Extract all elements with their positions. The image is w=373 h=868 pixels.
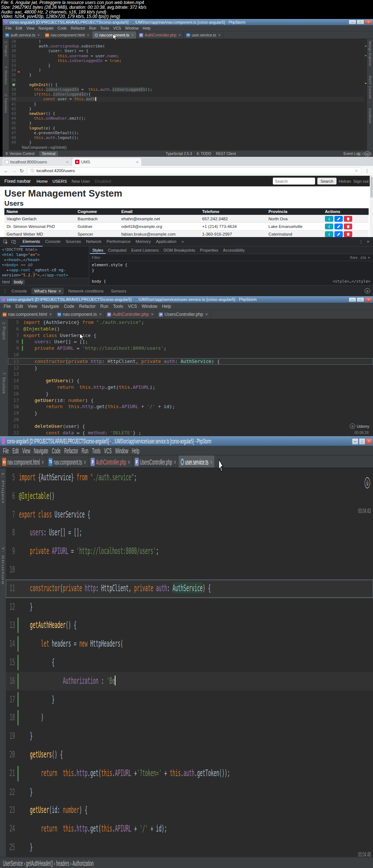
- menu-item[interactable]: Edit: [15, 304, 23, 309]
- status-typescript[interactable]: TypeScript 2.5.3: [166, 152, 192, 156]
- status-terminal[interactable]: Terminal: [39, 151, 58, 156]
- chrome-menu-icon[interactable]: ⋮: [365, 168, 369, 174]
- tab-close-icon[interactable]: ×: [174, 457, 176, 465]
- page-scrollbar[interactable]: [370, 176, 373, 237]
- code-line[interactable]: ▾<body> == $0: [2, 263, 89, 268]
- devtools-tab-application[interactable]: Application: [153, 237, 179, 247]
- delete-button[interactable]: [344, 224, 352, 229]
- menu-item[interactable]: View: [28, 304, 37, 309]
- editor-tab[interactable]: PAuthController.php×: [137, 31, 184, 39]
- menu-item[interactable]: File: [3, 446, 9, 454]
- more-tabs-icon[interactable]: »: [179, 237, 186, 247]
- status-todo[interactable]: 6: TODO: [197, 152, 211, 156]
- minimize-button[interactable]: —: [352, 437, 358, 445]
- styles-tab[interactable]: Styles: [90, 247, 106, 254]
- nav-link-signout[interactable]: Sign out: [353, 179, 369, 183]
- menu-item[interactable]: Edit: [16, 26, 22, 30]
- address-bar[interactable]: ⓘ localhost:4200/users ☆: [27, 167, 361, 174]
- status-version-control[interactable]: 9: Version Control: [5, 152, 35, 156]
- menu-item[interactable]: VCS: [128, 304, 137, 309]
- editor-tab[interactable]: PUsersController.php×: [156, 310, 211, 319]
- styles-filter-input[interactable]: Filter: [92, 255, 100, 260]
- window-titlebar[interactable]: corso-angular5 [D:\PROJECTS\LARAVELPROJE…: [0, 296, 373, 303]
- menu-item[interactable]: Refactor: [79, 304, 95, 309]
- event-listeners-tab[interactable]: Event Listeners: [129, 247, 161, 254]
- nav-link-new-user[interactable]: New User: [72, 179, 90, 183]
- inspect-element-icon[interactable]: [1, 240, 9, 244]
- search-input[interactable]: [273, 178, 315, 185]
- editor-tab[interactable]: TSnav.component.ts×: [55, 310, 105, 319]
- menu-item[interactable]: View: [22, 446, 30, 454]
- menu-item[interactable]: Tools: [100, 26, 109, 30]
- devtools-tab-console[interactable]: Console: [43, 237, 63, 247]
- tab-close-icon[interactable]: ×: [38, 33, 40, 37]
- code-line[interactable]: <html lang="en">: [2, 252, 89, 257]
- info-button[interactable]: i: [325, 224, 333, 229]
- menu-item[interactable]: Run: [82, 446, 88, 454]
- accessibility-tab[interactable]: Accessibility: [221, 247, 247, 254]
- nav-link-home[interactable]: Home: [36, 179, 48, 183]
- minimize-button[interactable]: —: [349, 20, 356, 24]
- code-editor[interactable]: 28 )29 auth.usersignedup.subscribe(30 (u…: [9, 39, 367, 150]
- editor-tab[interactable]: user.service.ts×: [178, 456, 215, 468]
- close-button[interactable]: ×: [365, 20, 372, 24]
- crumb-html[interactable]: html: [2, 280, 10, 284]
- tab-close-icon[interactable]: ×: [99, 312, 102, 317]
- tool-window-button[interactable]: 7: Structure: [4, 66, 8, 85]
- devtools-close-icon[interactable]: ×: [367, 239, 369, 244]
- style-source-link[interactable]: <style>…</style>: [333, 279, 370, 284]
- editor-tab[interactable]: <>nav.component.html×: [43, 31, 92, 39]
- forward-icon[interactable]: →: [12, 168, 16, 174]
- menu-item[interactable]: Edit: [12, 446, 19, 454]
- tool-window-button[interactable]: 7: Structure: [2, 372, 6, 394]
- editor-tab[interactable]: <>nav.component.html×: [0, 456, 46, 468]
- search-button[interactable]: Search: [317, 178, 337, 185]
- editor-scrollbar[interactable]: [364, 39, 367, 150]
- tab-close-icon[interactable]: ×: [210, 457, 212, 465]
- drawer-tab-console[interactable]: Console: [9, 288, 30, 294]
- editor-tab[interactable]: PAuthController.php×: [89, 456, 133, 468]
- tab-close-icon[interactable]: ×: [84, 457, 86, 465]
- window-titlebar[interactable]: corso-angular5 [D:\PROJECTS\LARAVELPROJE…: [3, 19, 373, 25]
- status-rest-client[interactable]: REST Client: [216, 152, 236, 156]
- editor-tab[interactable]: PUsersController.php×: [133, 456, 178, 468]
- menu-item[interactable]: Window: [142, 304, 157, 309]
- menu-item[interactable]: Help: [132, 446, 140, 454]
- browser-tab[interactable]: localhost:8000/users ×: [2, 158, 71, 166]
- tool-window-button[interactable]: Database: [368, 108, 372, 124]
- tab-close-icon[interactable]: ×: [66, 160, 68, 164]
- tab-close-icon[interactable]: ×: [178, 33, 181, 37]
- menu-item[interactable]: Window: [125, 26, 138, 30]
- menu-item[interactable]: Help: [143, 26, 151, 30]
- maximize-button[interactable]: □: [359, 437, 365, 445]
- nav-link-user[interactable]: Hidran: [339, 179, 351, 183]
- menu-item[interactable]: Tools: [113, 304, 123, 309]
- devtools-tab-network[interactable]: Network: [83, 237, 104, 247]
- menu-item[interactable]: VCS: [113, 26, 121, 30]
- device-toolbar-icon[interactable]: [9, 240, 17, 244]
- code-line[interactable]: ▸<head>…</head>: [2, 257, 89, 263]
- nav-link-users[interactable]: USERS: [52, 179, 67, 183]
- editor-tab[interactable]: TSauth.service.ts×: [3, 31, 43, 39]
- code-editor[interactable]: 5import {AuthService} from "./auth.servi…: [6, 468, 373, 857]
- navbar-brand[interactable]: Fixed navbar: [4, 179, 31, 184]
- tab-close-icon[interactable]: ×: [87, 33, 89, 37]
- tab-close-icon[interactable]: ×: [205, 312, 208, 317]
- menu-item[interactable]: Window: [115, 446, 128, 454]
- bookmark-star-icon[interactable]: ☆: [354, 168, 358, 173]
- tool-window-button[interactable]: 7: Structure: [1, 547, 5, 585]
- menu-item[interactable]: Code: [64, 304, 74, 309]
- computed-tab[interactable]: Computed: [106, 247, 129, 254]
- tab-close-icon[interactable]: ×: [131, 33, 134, 37]
- menu-item[interactable]: VCS: [104, 446, 112, 454]
- tab-close-icon[interactable]: ×: [49, 312, 52, 317]
- tool-window-button[interactable]: 1: Project: [2, 322, 6, 340]
- devtools-menu-icon[interactable]: ⋮: [359, 239, 363, 244]
- tab-close-icon[interactable]: ×: [136, 160, 138, 164]
- code-line[interactable]: <!DOCTYPE html>: [2, 247, 89, 252]
- close-button[interactable]: ×: [365, 297, 372, 302]
- tool-window-button[interactable]: 2: Favorites: [4, 94, 8, 113]
- info-button[interactable]: i: [325, 216, 333, 222]
- edit-button[interactable]: [334, 216, 343, 222]
- menu-item[interactable]: Navigate: [39, 26, 54, 30]
